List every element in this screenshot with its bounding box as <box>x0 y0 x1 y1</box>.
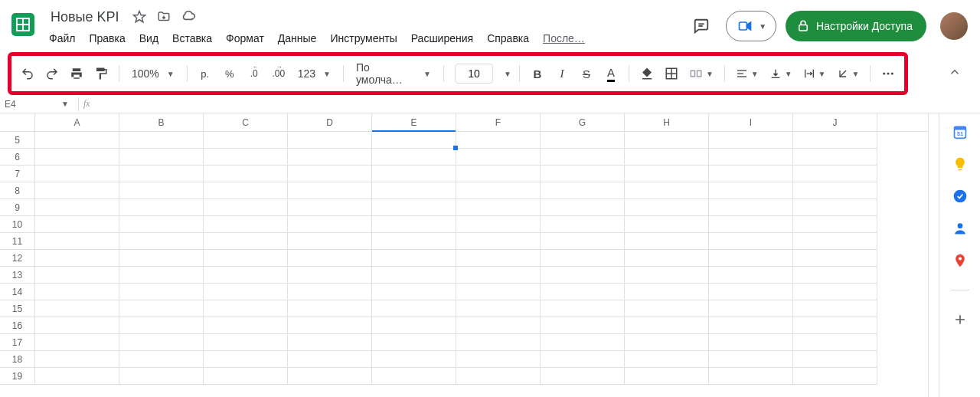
add-on-icon[interactable] <box>952 312 968 327</box>
name-box[interactable]: E4 ▼ <box>5 99 74 110</box>
meet-button[interactable]: ▼ <box>726 11 776 41</box>
cell[interactable] <box>35 132 119 149</box>
cell[interactable] <box>793 300 877 317</box>
cell[interactable] <box>541 132 625 149</box>
font-size-input[interactable]: 10 <box>455 64 493 84</box>
cell[interactable] <box>119 199 204 216</box>
cell[interactable] <box>541 149 625 166</box>
cell[interactable] <box>625 284 709 300</box>
decrease-decimal-button[interactable]: .0← <box>244 62 264 85</box>
cell[interactable] <box>372 284 456 300</box>
menu-extensions[interactable]: Расширения <box>405 29 479 48</box>
cell[interactable] <box>541 334 625 351</box>
cell[interactable] <box>456 149 541 166</box>
column-header[interactable]: H <box>625 113 709 131</box>
select-all-corner[interactable] <box>0 113 35 131</box>
cell[interactable] <box>35 166 119 182</box>
row-header[interactable]: 9 <box>0 199 35 216</box>
menu-data[interactable]: Данные <box>272 29 323 48</box>
cell[interactable] <box>372 166 456 182</box>
cell[interactable] <box>372 267 456 284</box>
fill-color-button[interactable] <box>637 62 657 85</box>
cell[interactable] <box>204 199 288 216</box>
cell[interactable] <box>709 300 793 317</box>
paint-format-icon[interactable] <box>91 62 111 85</box>
row-header[interactable]: 12 <box>0 250 35 267</box>
cell[interactable] <box>288 250 372 267</box>
undo-icon[interactable] <box>18 62 38 85</box>
cell[interactable] <box>709 199 793 216</box>
cell[interactable] <box>119 284 204 300</box>
zoom-dropdown[interactable]: 100%▼ <box>127 67 179 80</box>
row-header[interactable]: 19 <box>0 368 35 385</box>
menu-view[interactable]: Вид <box>133 29 165 48</box>
cloud-status-icon[interactable] <box>179 8 198 26</box>
chevron-down-icon[interactable]: ▼ <box>504 70 511 78</box>
cell[interactable] <box>709 166 793 182</box>
cell[interactable] <box>709 368 793 385</box>
cell[interactable] <box>288 166 372 182</box>
italic-button[interactable]: I <box>552 62 572 85</box>
doc-title[interactable]: Новые KPI <box>46 8 124 27</box>
cell[interactable] <box>119 368 204 385</box>
cell[interactable] <box>456 166 541 182</box>
cell[interactable] <box>709 351 793 368</box>
cell[interactable] <box>372 182 456 199</box>
cell[interactable] <box>456 267 541 284</box>
cell[interactable] <box>204 216 288 233</box>
cell[interactable] <box>35 351 119 368</box>
cell[interactable] <box>288 182 372 199</box>
cell[interactable] <box>372 132 456 149</box>
cell[interactable] <box>625 233 709 250</box>
cell[interactable] <box>288 267 372 284</box>
cell[interactable] <box>288 233 372 250</box>
cell[interactable] <box>119 250 204 267</box>
menu-file[interactable]: Файл <box>43 29 81 48</box>
cell[interactable] <box>35 199 119 216</box>
cell[interactable] <box>456 233 541 250</box>
cell[interactable] <box>793 166 877 182</box>
cell[interactable] <box>625 166 709 182</box>
cell[interactable] <box>204 351 288 368</box>
cell[interactable] <box>288 284 372 300</box>
bold-button[interactable]: B <box>528 62 547 85</box>
cell[interactable] <box>541 300 625 317</box>
column-header[interactable]: I <box>709 113 793 131</box>
calendar-icon[interactable]: 31 <box>952 124 968 139</box>
cell[interactable] <box>709 149 793 166</box>
contacts-icon[interactable] <box>952 221 968 236</box>
text-rotation-button[interactable]: ▼ <box>834 62 863 85</box>
cell[interactable] <box>288 132 372 149</box>
cell[interactable] <box>35 317 119 334</box>
cell[interactable] <box>288 334 372 351</box>
print-icon[interactable] <box>67 62 87 85</box>
cell[interactable] <box>709 216 793 233</box>
menu-format[interactable]: Формат <box>220 29 270 48</box>
cell[interactable] <box>625 317 709 334</box>
merge-cells-button[interactable]: ▼ <box>686 62 717 85</box>
menu-tools[interactable]: Инструменты <box>324 29 403 48</box>
cell[interactable] <box>456 284 541 300</box>
cell[interactable] <box>204 132 288 149</box>
cell[interactable] <box>541 351 625 368</box>
cell[interactable] <box>35 300 119 317</box>
cell[interactable] <box>119 300 204 317</box>
percent-button[interactable]: % <box>220 62 240 85</box>
cell[interactable] <box>709 284 793 300</box>
cell[interactable] <box>204 166 288 182</box>
cell[interactable] <box>35 334 119 351</box>
cell[interactable] <box>709 182 793 199</box>
vertical-align-button[interactable]: ▼ <box>766 62 795 85</box>
cell[interactable] <box>288 199 372 216</box>
cell[interactable] <box>288 317 372 334</box>
cell[interactable] <box>372 351 456 368</box>
row-header[interactable]: 5 <box>0 132 35 149</box>
cell[interactable] <box>372 317 456 334</box>
column-header[interactable]: C <box>204 113 288 131</box>
cell[interactable] <box>625 216 709 233</box>
keep-icon[interactable] <box>952 156 968 172</box>
cell[interactable] <box>793 250 877 267</box>
cell[interactable] <box>456 216 541 233</box>
row-header[interactable]: 16 <box>0 317 35 334</box>
column-header[interactable]: F <box>456 113 541 131</box>
